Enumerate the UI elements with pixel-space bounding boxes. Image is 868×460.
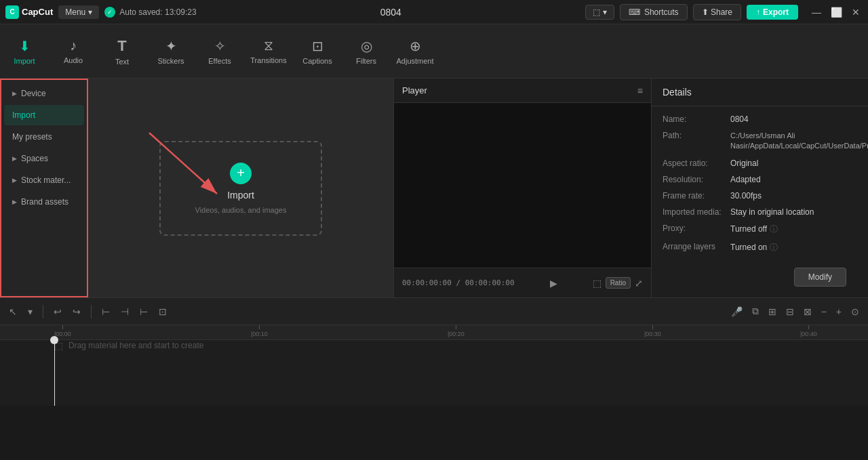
cursor-dropdown-button[interactable]: ▾	[24, 304, 36, 319]
export-label: Export	[763, 7, 789, 17]
tool-adjustment[interactable]: ⊕ Adjustment	[391, 27, 439, 76]
delete-button[interactable]: ⊡	[155, 304, 170, 319]
player-title: Player	[402, 85, 427, 96]
screen-icon: ⬚	[593, 7, 600, 17]
zoom-out-button[interactable]: −	[818, 304, 830, 319]
share-icon: ⬆	[702, 7, 709, 17]
cursor-tool-button[interactable]: ↖	[5, 304, 20, 319]
ruler-mark-0: |00:00	[54, 325, 71, 337]
tool-audio[interactable]: ♪ Audio	[49, 27, 98, 76]
stock-chevron-icon: ▶	[12, 177, 17, 184]
path-value: C:/Users/Usman Ali Nasir/AppData/Local/C…	[730, 131, 868, 152]
my-presets-label: My presets	[12, 132, 52, 142]
snap-button[interactable]: ⊞	[765, 304, 780, 319]
sidebar-item-brand-assets[interactable]: ▶ Brand assets	[4, 192, 84, 212]
toolbar: ⬇ Import ♪ Audio T Text ✦ Stickers ✧ Eff…	[0, 24, 868, 79]
tool-stickers[interactable]: ✦ Stickers	[146, 27, 195, 76]
share-button[interactable]: ⬆ Share	[693, 4, 741, 20]
tool-transitions[interactable]: ⧖ Transitions	[244, 27, 293, 76]
undo-button[interactable]: ↩	[50, 304, 65, 319]
microphone-button[interactable]: 🎤	[728, 304, 746, 319]
tool-effects[interactable]: ✧ Effects	[195, 27, 244, 76]
minimize-button[interactable]: —	[809, 7, 824, 18]
filters-tool-label: Filters	[356, 57, 376, 65]
details-body: Name: 0804 Path: C:/Users/Usman Ali Nasi…	[652, 106, 868, 257]
more-button[interactable]: ⊙	[848, 304, 863, 319]
stickers-tool-icon: ✦	[165, 38, 177, 54]
timeline-right-tools: 🎤 ⧉ ⊞ ⊟ ⊠ − + ⊙	[728, 304, 863, 319]
detail-row-frame-rate: Frame rate: 30.00fps	[663, 191, 857, 201]
share-label: Share	[711, 7, 732, 17]
import-plus-icon: +	[230, 163, 252, 184]
menu-chevron-icon: ▾	[88, 7, 92, 17]
shortcuts-button[interactable]: ⌨ Shortcuts	[620, 4, 688, 20]
arrange-layers-value-row: Turned on ⓘ	[730, 242, 778, 253]
menu-button[interactable]: Menu ▾	[58, 5, 99, 19]
magnet-button[interactable]: ⊟	[783, 304, 797, 319]
timecode-separator: /	[456, 278, 465, 287]
export-icon: ↑	[756, 7, 760, 17]
import-sidebar-label: Import	[12, 110, 35, 120]
arrange-layers-info-icon[interactable]: ⓘ	[770, 242, 778, 253]
top-right-controls: ⬚ ▾ ⌨ Shortcuts ⬆ Share ↑ Export — ⬜ ✕	[585, 4, 863, 20]
resolution-value: Adapted	[730, 175, 857, 184]
top-bar: C CapCut Menu ▾ ✓ Auto saved: 13:09:23 0…	[0, 0, 868, 24]
fullscreen-button[interactable]: ⤢	[635, 278, 643, 289]
screen-icon-btn[interactable]: ⬚ ▾	[585, 5, 614, 20]
shortcuts-label: Shortcuts	[644, 7, 679, 17]
tool-text[interactable]: T Text	[98, 27, 146, 76]
sidebar-item-spaces[interactable]: ▶ Spaces	[4, 148, 84, 169]
stickers-tool-label: Stickers	[157, 57, 184, 65]
detail-row-resolution: Resolution: Adapted	[663, 175, 857, 184]
shortcuts-keyboard-icon: ⌨	[629, 7, 640, 17]
name-label: Name:	[663, 114, 730, 124]
tool-captions[interactable]: ⊡ Captions	[293, 27, 342, 76]
play-button[interactable]: ▶	[550, 278, 557, 289]
trim-left-button[interactable]: ⊣	[117, 304, 132, 319]
import-tool-label: Import	[14, 57, 35, 65]
device-chevron-icon: ▶	[12, 90, 17, 97]
ruler-mark-20: |00:20	[448, 325, 465, 337]
close-button[interactable]: ✕	[849, 7, 863, 18]
redo-button[interactable]: ↪	[69, 304, 84, 319]
timeline-tracks: ⬚ Drag material here and start to create	[0, 340, 868, 351]
effects-tool-icon: ✧	[214, 38, 226, 54]
timeline-area: ↖ ▾ ↩ ↪ ⊢ ⊣ ⊢ ⊡ 🎤 ⧉ ⊞ ⊟ ⊠ − + ⊙ |00:00	[0, 297, 868, 406]
ratio-button[interactable]: Ratio	[606, 277, 631, 289]
modify-button[interactable]: Modify	[794, 268, 846, 287]
text-tool-label: Text	[115, 58, 129, 66]
sidebar-item-import[interactable]: Import	[4, 105, 84, 125]
player-menu-icon[interactable]: ≡	[637, 85, 643, 96]
preview-button[interactable]: ⊠	[800, 304, 815, 319]
screenshot-button[interactable]: ⬚	[593, 278, 601, 289]
trim-right-button[interactable]: ⊢	[136, 304, 151, 319]
content-area: + Import Videos, audios, and images	[88, 79, 393, 297]
split-button[interactable]: ⊢	[98, 304, 113, 319]
window-controls: — ⬜ ✕	[809, 7, 863, 18]
timecode-current: 00:00:00:00	[402, 278, 452, 287]
export-button[interactable]: ↑ Export	[747, 5, 798, 20]
timecode-total: 00:00:00:00	[465, 278, 515, 287]
player-timecode: 00:00:00:00 / 00:00:00:00	[402, 278, 515, 287]
logo-icon: C	[5, 5, 19, 19]
tool-import[interactable]: ⬇ Import	[0, 27, 49, 76]
maximize-button[interactable]: ⬜	[828, 7, 845, 18]
filters-tool-icon: ◎	[361, 38, 372, 54]
autosave: ✓ Auto saved: 13:09:23	[104, 7, 196, 18]
link-button[interactable]: ⧉	[749, 304, 762, 319]
tool-filters[interactable]: ◎ Filters	[342, 27, 391, 76]
ruler-mark-30: |00:30	[644, 325, 661, 337]
tl-separator-1	[43, 305, 43, 318]
proxy-info-icon[interactable]: ⓘ	[770, 224, 778, 235]
sidebar-item-my-presets[interactable]: My presets	[4, 127, 84, 147]
sidebar-item-device[interactable]: ▶ Device	[4, 83, 84, 104]
sidebar-item-stock-material[interactable]: ▶ Stock mater...	[4, 170, 84, 190]
proxy-label: Proxy:	[663, 224, 730, 233]
import-drop-zone[interactable]: + Import Videos, audios, and images	[159, 141, 322, 236]
detail-row-imported-media: Imported media: Stay in original locatio…	[663, 207, 857, 217]
audio-tool-label: Audio	[64, 56, 83, 64]
zoom-in-button[interactable]: +	[833, 304, 845, 319]
arrange-layers-label: Arrange layers	[663, 242, 730, 251]
adjustment-tool-icon: ⊕	[410, 38, 421, 54]
autosave-icon: ✓	[104, 7, 115, 18]
